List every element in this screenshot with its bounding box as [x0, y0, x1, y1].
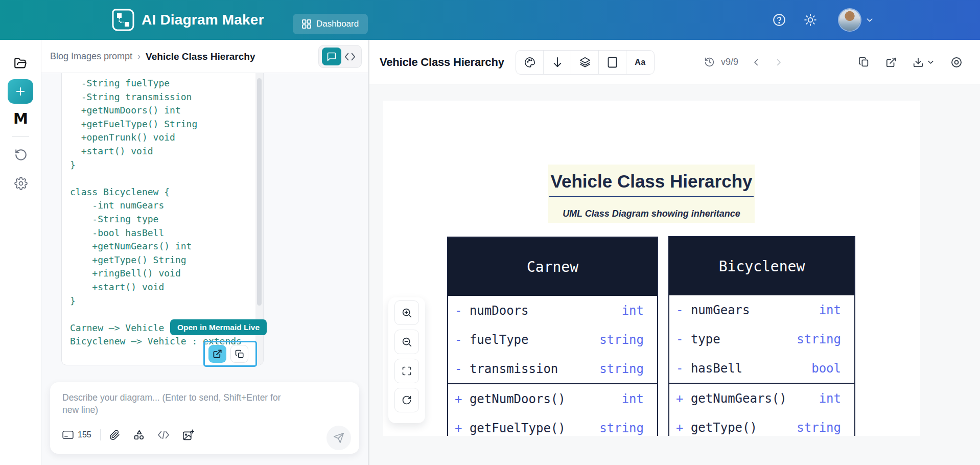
chevron-down-icon [927, 58, 935, 66]
left-sidebar: M [0, 40, 41, 465]
copy-code-button[interactable] [230, 345, 248, 363]
app-root: AI Diagram Maker Dashboard [0, 0, 980, 465]
breadcrumb-parent[interactable]: Blog Images prompt [50, 51, 132, 62]
sidebar-mermaid-button[interactable]: M [0, 111, 41, 126]
attach-file-button[interactable] [109, 430, 120, 440]
chat-view-button[interactable] [322, 48, 341, 65]
diagram-heading-rule [549, 196, 754, 197]
tooltip-open-in-mermaid-live: Open in Mermaid Live [170, 319, 267, 335]
code-view-button[interactable] [344, 52, 356, 61]
frame-button[interactable] [599, 51, 626, 74]
external-link-icon [213, 349, 222, 359]
user-avatar[interactable] [839, 9, 860, 31]
view-toggle [318, 45, 362, 68]
brand: AI Diagram Maker [111, 8, 264, 32]
composer-divider [100, 429, 101, 440]
typography-icon: Aa [635, 58, 645, 67]
next-version-button[interactable] [774, 58, 783, 67]
zoom-in-button[interactable] [394, 300, 419, 325]
send-button[interactable] [326, 426, 351, 450]
chevron-down-icon[interactable] [866, 0, 874, 40]
class-member-row: + getNumDoors()int [448, 384, 657, 413]
sidebar-history-button[interactable] [0, 148, 41, 161]
diagram-panel: Vehicle Class Hierarchy [369, 40, 980, 465]
code-icon [344, 52, 356, 61]
app-logo-icon [111, 8, 135, 32]
class-member-row: - numGearsint [669, 295, 854, 324]
layers-icon [579, 57, 591, 68]
theme-toggle-button[interactable] [804, 0, 817, 40]
mermaid-logo-icon: M [13, 111, 28, 126]
zoom-controls [388, 297, 425, 423]
paperclip-icon [109, 430, 120, 440]
diagram-title: Vehicle Class Hierarchy [380, 40, 504, 84]
chat-panel: Blog Images prompt › Vehicle Class Hiera… [41, 40, 368, 465]
focus-view-button[interactable] [950, 56, 963, 68]
diagram-canvas[interactable]: Vehicle Class Hierarchy UML Class Diagra… [383, 101, 920, 436]
focus-icon [950, 56, 963, 68]
open-mermaid-live-button[interactable] [208, 345, 226, 363]
send-icon [333, 432, 344, 444]
class-member-row: - transmissionstring [448, 354, 657, 383]
layers-button[interactable] [571, 51, 599, 74]
arrow-down-icon [552, 57, 563, 68]
open-external-button[interactable] [885, 57, 897, 68]
top-nav: AI Diagram Maker Dashboard [0, 0, 980, 40]
class-member-row: - typestring [669, 324, 854, 354]
class-box-Carnew[interactable]: Carnew- numDoorsint- fuelTypestring- tra… [447, 237, 658, 436]
undo-icon [14, 148, 28, 161]
brand-name: AI Diagram Maker [142, 12, 264, 28]
fit-view-button[interactable] [394, 359, 419, 383]
plus-icon [14, 85, 27, 98]
download-button[interactable] [913, 57, 935, 68]
external-link-icon [885, 57, 897, 68]
reset-view-button[interactable] [394, 388, 419, 412]
help-button[interactable] [773, 0, 786, 40]
code-actions-highlight [203, 341, 257, 367]
chat-bubble-icon [326, 52, 337, 62]
dashboard-button[interactable]: Dashboard [293, 14, 368, 34]
class-member-row: - numDoorsint [448, 296, 657, 325]
user-menu[interactable] [839, 0, 860, 40]
sidebar-projects-button[interactable] [0, 57, 41, 71]
add-image-button[interactable] [182, 429, 194, 441]
duplicate-button[interactable] [858, 57, 870, 68]
download-icon [913, 57, 924, 68]
code-icon [158, 431, 169, 439]
composer: Describe your diagram... (Enter to send,… [50, 382, 359, 454]
main-area: M Blog Images prompt › Vehicle C [0, 40, 980, 465]
copy-icon [858, 57, 870, 68]
mermaid-code[interactable]: -String fuelType -String transmission +g… [70, 77, 242, 348]
sidebar-new-diagram-button[interactable] [8, 79, 33, 104]
typography-button[interactable]: Aa [626, 51, 654, 74]
direction-button[interactable] [544, 51, 571, 74]
previous-version-button[interactable] [752, 58, 761, 67]
version-controls: v9/9 [704, 40, 783, 84]
dashboard-label: Dashboard [316, 19, 359, 29]
breadcrumb: Blog Images prompt › Vehicle Class Hiera… [50, 40, 255, 73]
grid-icon [302, 19, 311, 29]
gear-icon [14, 177, 28, 190]
theme-palette-button[interactable] [516, 51, 544, 74]
version-label: v9/9 [721, 57, 738, 67]
char-count: 155 [78, 430, 91, 439]
diagram-panel-header: Vehicle Class Hierarchy [369, 40, 980, 84]
frame-icon [608, 57, 617, 68]
class-member-row: + getType()string [669, 413, 854, 436]
sidebar-settings-button[interactable] [0, 177, 41, 190]
code-scrollbar-thumb[interactable] [257, 78, 262, 306]
diagram-toolbar: Aa [516, 50, 655, 75]
breadcrumb-current: Vehicle Class Hierarchy [146, 51, 255, 62]
zoom-out-button[interactable] [394, 330, 419, 354]
sidebar-divider [12, 136, 29, 137]
class-member-row: - hasBellbool [669, 354, 854, 383]
insert-code-button[interactable] [158, 431, 169, 439]
folder-open-icon [14, 57, 28, 71]
history-icon [704, 57, 715, 67]
composer-placeholder[interactable]: Describe your diagram... (Enter to send,… [62, 391, 296, 416]
class-member-row: + getNumGears()int [669, 384, 854, 413]
image-plus-icon [182, 429, 194, 441]
diagram-actions [858, 40, 963, 84]
shapes-button[interactable] [133, 429, 145, 440]
class-box-Bicyclenew[interactable]: Bicyclenew- numGearsint- typestring- has… [668, 236, 855, 436]
